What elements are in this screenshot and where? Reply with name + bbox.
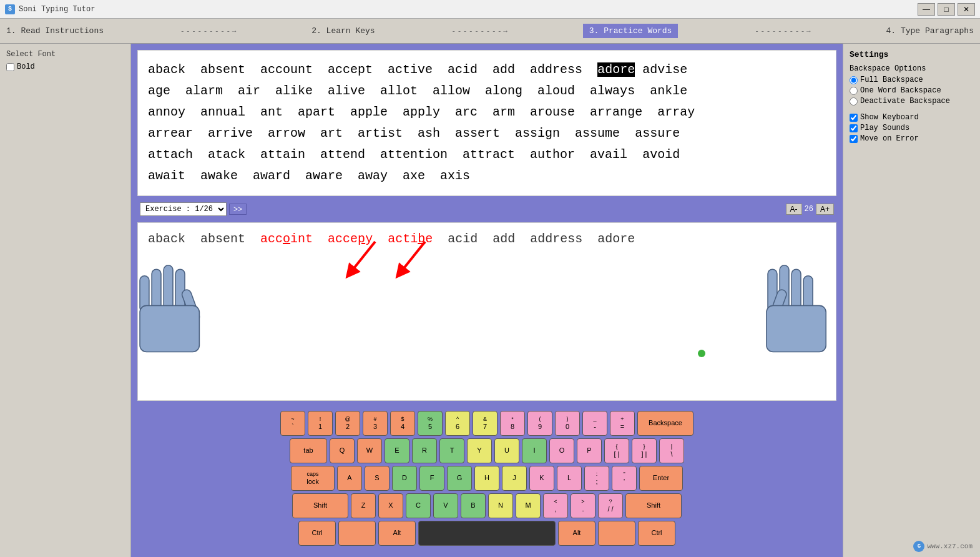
key-capslock[interactable]: capslock	[291, 466, 335, 491]
key-q[interactable]: Q	[330, 438, 355, 463]
key-y[interactable]: Y	[467, 438, 492, 463]
typed-error-1: accoint	[260, 232, 313, 246]
key-v[interactable]: V	[433, 493, 458, 518]
key-x[interactable]: X	[378, 493, 403, 518]
watermark-icon: G	[913, 541, 924, 552]
key-2[interactable]: @2	[335, 411, 360, 436]
radio-deactivate-backspace[interactable]: Deactivate Backspace	[850, 97, 974, 106]
key-c[interactable]: C	[406, 493, 431, 518]
key-o[interactable]: O	[549, 438, 574, 463]
exercise-next-button[interactable]: >>	[229, 204, 247, 215]
key-u[interactable]: U	[494, 438, 519, 463]
key-z[interactable]: Z	[351, 493, 376, 518]
key-g[interactable]: G	[447, 466, 472, 491]
key-4[interactable]: $4	[390, 411, 415, 436]
nav-spacer-2: - - - - - - - - - →	[375, 27, 583, 35]
key-quote[interactable]: "'	[612, 466, 637, 491]
key-fn[interactable]	[338, 521, 376, 546]
key-b[interactable]: B	[461, 493, 486, 518]
key-semicolon[interactable]: :;	[584, 466, 609, 491]
key-k[interactable]: K	[529, 466, 554, 491]
radio-full-backspace-input[interactable]	[850, 76, 858, 84]
key-s[interactable]: S	[365, 466, 390, 491]
key-l[interactable]: L	[557, 466, 582, 491]
close-button[interactable]: ✕	[958, 3, 975, 16]
bold-checkbox[interactable]	[6, 63, 14, 71]
radio-full-backspace[interactable]: Full Backspace	[850, 76, 974, 84]
key-lctrl[interactable]: Ctrl	[298, 521, 336, 546]
bold-checkbox-row[interactable]: Bold	[6, 62, 124, 71]
nav-step-practice[interactable]: 3. Practice Words	[583, 24, 679, 38]
key-backtick[interactable]: ~`	[280, 411, 305, 436]
key-t[interactable]: T	[439, 438, 464, 463]
key-6[interactable]: ^6	[445, 411, 470, 436]
key-1[interactable]: !1	[308, 411, 333, 436]
check-play-sounds[interactable]	[850, 124, 858, 132]
key-slash[interactable]: ?/ /	[598, 493, 623, 518]
nav-step-learn[interactable]: 2. Learn Keys	[311, 26, 375, 36]
key-8[interactable]: *8	[500, 411, 525, 436]
typing-area[interactable]: aback absent accoint accepy actibe acid …	[137, 222, 836, 401]
key-equals[interactable]: +=	[610, 411, 635, 436]
check-move-on-error[interactable]	[850, 135, 858, 143]
minimize-button[interactable]: —	[918, 3, 935, 16]
font-size-controls: A- 26 A+	[786, 204, 834, 215]
check-move-on-error-row[interactable]: Move on Error	[850, 134, 974, 143]
key-5[interactable]: %5	[418, 411, 443, 436]
key-w[interactable]: W	[357, 438, 382, 463]
key-period[interactable]: >.	[571, 493, 595, 518]
exercise-select[interactable]: Exercise : 1/26	[140, 202, 227, 216]
key-row-asdf: capslock A S D F G H J K L :; "' Enter	[291, 466, 683, 491]
font-decrease-button[interactable]: A-	[786, 204, 802, 215]
key-m[interactable]: M	[516, 493, 541, 518]
nav-step-practice-label: 3. Practice Words	[583, 24, 679, 38]
font-increase-button[interactable]: A+	[816, 204, 834, 215]
key-3[interactable]: #3	[363, 411, 388, 436]
key-row-number: ~` !1 @2 #3 $4 %5 ^6 &7 *8 (9 )0 _- += B…	[280, 411, 693, 436]
key-f[interactable]: F	[419, 466, 444, 491]
watermark-text: www.xz7.com	[927, 543, 973, 550]
key-d[interactable]: D	[392, 466, 417, 491]
key-ralt[interactable]: Alt	[558, 521, 595, 546]
settings-title: Settings	[850, 50, 974, 59]
key-enter[interactable]: Enter	[639, 466, 683, 491]
radio-one-word-backspace[interactable]: One Word Backspace	[850, 86, 974, 95]
key-menu[interactable]	[598, 521, 635, 546]
key-rbracket[interactable]: }] |	[632, 438, 657, 463]
check-play-sounds-row[interactable]: Play Sounds	[850, 124, 974, 132]
nav-spacer-3: - - - - - - - - - →	[678, 27, 886, 35]
key-0[interactable]: )0	[555, 411, 580, 436]
key-lbracket[interactable]: {[ |	[604, 438, 629, 463]
key-9[interactable]: (9	[527, 411, 552, 436]
maximize-button[interactable]: □	[938, 3, 955, 16]
key-e[interactable]: E	[385, 438, 409, 463]
key-lalt[interactable]: Alt	[378, 521, 416, 546]
key-backslash[interactable]: |\	[659, 438, 684, 463]
key-rctrl[interactable]: Ctrl	[638, 521, 675, 546]
nav-step-read[interactable]: 1. Read Instructions	[6, 26, 104, 36]
key-r[interactable]: R	[412, 438, 437, 463]
key-i[interactable]: I	[522, 438, 547, 463]
key-backspace[interactable]: Backspace	[637, 411, 693, 436]
key-row-shift: Shift Z X C V B N M <, >. ?/ / Shift	[292, 493, 682, 518]
key-p[interactable]: P	[577, 438, 602, 463]
check-show-keyboard[interactable]	[850, 114, 858, 122]
key-minus[interactable]: _-	[582, 411, 607, 436]
highlighted-word: adore	[597, 62, 635, 77]
key-tab[interactable]: tab	[290, 438, 327, 463]
key-space[interactable]	[418, 521, 556, 546]
key-h[interactable]: H	[474, 466, 499, 491]
check-show-keyboard-row[interactable]: Show Keyboard	[850, 113, 974, 122]
key-7[interactable]: &7	[473, 411, 497, 436]
key-rshift[interactable]: Shift	[625, 493, 682, 518]
radio-deactivate-backspace-input[interactable]	[850, 97, 858, 106]
keyboard: ~` !1 @2 #3 $4 %5 ^6 &7 *8 (9 )0 _- += B…	[137, 411, 836, 546]
radio-one-word-backspace-input[interactable]	[850, 87, 858, 95]
key-j[interactable]: J	[502, 466, 527, 491]
key-lshift[interactable]: Shift	[292, 493, 348, 518]
key-n[interactable]: N	[488, 493, 513, 518]
nav-step-type[interactable]: 4. Type Paragraphs	[886, 26, 974, 36]
key-comma[interactable]: <,	[543, 493, 568, 518]
titlebar: S Soni Typing Tutor — □ ✕	[0, 0, 980, 19]
key-a[interactable]: A	[337, 466, 362, 491]
